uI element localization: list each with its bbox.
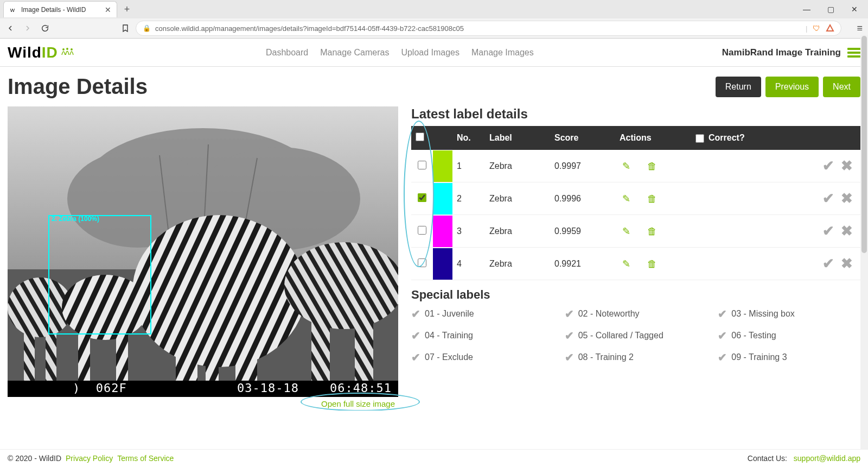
row-checkbox[interactable] — [418, 161, 426, 169]
color-swatch — [433, 183, 452, 214]
svg-text:W: W — [10, 7, 15, 12]
edit-icon[interactable]: ✎ — [620, 193, 633, 205]
cell-no: 3 — [452, 215, 485, 248]
labels-heading: Latest label details — [411, 106, 860, 122]
special-label-text: 02 - Noteworthy — [578, 309, 640, 319]
col-actions: Actions — [615, 126, 691, 150]
special-label-text: 05 - Collared / Tagged — [578, 331, 663, 340]
back-button[interactable] — [5, 23, 15, 33]
special-label-text: 01 - Juvenile — [425, 309, 474, 319]
nav-dashboard[interactable]: Dashboard — [266, 48, 308, 58]
row-checkbox[interactable] — [418, 193, 426, 202]
scrollbar[interactable] — [860, 35, 868, 411]
svg-rect-21 — [206, 313, 219, 389]
address-bar[interactable]: 🔒 console.wildid.app/management/images/d… — [136, 21, 841, 36]
svg-point-5 — [71, 49, 72, 50]
special-label-item[interactable]: ✔06 - Testing — [718, 329, 860, 342]
svg-point-4 — [67, 48, 68, 49]
check-icon: ✔ — [411, 329, 420, 342]
check-icon: ✔ — [565, 307, 574, 320]
svg-marker-2 — [827, 25, 833, 31]
special-label-item[interactable]: ✔05 - Collared / Tagged — [565, 329, 707, 342]
next-button[interactable]: Next — [823, 77, 860, 97]
previous-button[interactable]: Previous — [765, 77, 819, 97]
special-label-item[interactable]: ✔01 - Juvenile — [411, 307, 554, 320]
return-button[interactable]: Return — [716, 77, 761, 97]
check-icon: ✔ — [411, 307, 420, 320]
nav-manage-cameras[interactable]: Manage Cameras — [320, 48, 389, 58]
bbox-label: 2. Zebra (100%) — [49, 215, 101, 223]
select-all-checkbox[interactable] — [416, 132, 424, 141]
logo[interactable]: WildID — [8, 43, 78, 62]
bookmark-icon[interactable] — [120, 23, 130, 33]
forward-button[interactable] — [23, 23, 33, 33]
edit-icon[interactable]: ✎ — [620, 225, 633, 237]
cell-score: 0.9959 — [550, 215, 615, 248]
close-window-button[interactable]: ✕ — [847, 5, 861, 14]
minimize-button[interactable]: — — [800, 5, 814, 14]
correct-all-checkbox[interactable] — [695, 134, 704, 143]
edit-icon[interactable]: ✎ — [620, 160, 633, 172]
cell-score: 0.9997 — [550, 150, 615, 182]
labels-table: No. Label Score Actions Correct? 1Zebra0… — [411, 126, 860, 280]
correct-yes-icon[interactable]: ✔ — [819, 190, 834, 207]
table-row: 1Zebra0.9997✎🗑✔✖ — [411, 150, 860, 182]
special-label-item[interactable]: ✔07 - Exclude — [411, 351, 554, 364]
special-label-item[interactable]: ✔02 - Noteworthy — [565, 307, 707, 320]
delete-icon[interactable]: 🗑 — [646, 258, 659, 270]
favicon-icon: W — [9, 6, 17, 14]
cell-label: Zebra — [485, 248, 550, 280]
cell-label: Zebra — [485, 182, 550, 215]
open-full-size-link[interactable]: Open full size image — [8, 397, 398, 411]
brave-icon[interactable] — [826, 24, 834, 33]
image-time: 06:48:51 — [330, 381, 392, 395]
reload-button[interactable] — [40, 23, 50, 33]
nav-upload-images[interactable]: Upload Images — [401, 48, 459, 58]
delete-icon[interactable]: 🗑 — [646, 193, 659, 205]
delete-icon[interactable]: 🗑 — [646, 226, 659, 237]
nav-manage-images[interactable]: Manage Images — [471, 48, 534, 58]
correct-no-icon[interactable]: ✖ — [838, 157, 853, 174]
maximize-button[interactable]: ▢ — [824, 5, 838, 14]
row-checkbox[interactable] — [418, 258, 426, 267]
correct-yes-icon[interactable]: ✔ — [819, 157, 834, 174]
correct-no-icon[interactable]: ✖ — [838, 255, 853, 272]
table-row: 3Zebra0.9959✎🗑✔✖ — [411, 215, 860, 248]
bounding-box[interactable]: 2. Zebra (100%) — [48, 215, 151, 335]
menu-button[interactable] — [847, 46, 860, 59]
close-icon[interactable]: ✕ — [105, 5, 111, 14]
check-icon: ✔ — [411, 351, 420, 364]
check-icon: ✔ — [718, 307, 727, 320]
svg-point-22 — [284, 242, 398, 329]
special-label-item[interactable]: ✔03 - Missing box — [718, 307, 860, 320]
svg-point-3 — [63, 49, 64, 50]
temp-value: 062F — [96, 381, 127, 395]
col-score: Score — [550, 126, 615, 150]
correct-no-icon[interactable]: ✖ — [838, 190, 853, 207]
logo-icon — [59, 43, 78, 62]
check-icon: ✔ — [718, 351, 727, 364]
delete-icon[interactable]: 🗑 — [646, 161, 659, 172]
check-icon: ✔ — [565, 351, 574, 364]
image-preview[interactable]: 2. Zebra (100%) ) 062F 03-18-18 06:48:51 — [8, 106, 398, 397]
special-label-item[interactable]: ✔08 - Training 2 — [565, 351, 707, 364]
row-checkbox[interactable] — [418, 226, 426, 235]
correct-yes-icon[interactable]: ✔ — [819, 255, 834, 272]
project-name[interactable]: NamibRand Image Training — [722, 47, 841, 58]
correct-no-icon[interactable]: ✖ — [838, 223, 853, 239]
app-header: WildID Dashboard Manage Cameras Upload I… — [0, 39, 868, 67]
col-label: Label — [485, 126, 550, 150]
browser-tab[interactable]: W Image Details - WildID ✕ — [3, 1, 117, 17]
cell-no: 1 — [452, 150, 485, 182]
svg-rect-23 — [311, 307, 330, 389]
new-tab-button[interactable]: + — [119, 2, 135, 17]
special-label-text: 03 - Missing box — [731, 309, 795, 319]
check-icon: ✔ — [565, 329, 574, 342]
browser-menu-button[interactable]: ≡ — [857, 23, 863, 34]
shield-icon[interactable]: 🛡 — [813, 24, 820, 33]
edit-icon[interactable]: ✎ — [620, 258, 633, 270]
special-label-item[interactable]: ✔09 - Training 3 — [718, 351, 860, 364]
correct-yes-icon[interactable]: ✔ — [819, 223, 834, 239]
special-label-item[interactable]: ✔04 - Training — [411, 329, 554, 342]
url-text: console.wildid.app/management/images/det… — [155, 24, 801, 33]
